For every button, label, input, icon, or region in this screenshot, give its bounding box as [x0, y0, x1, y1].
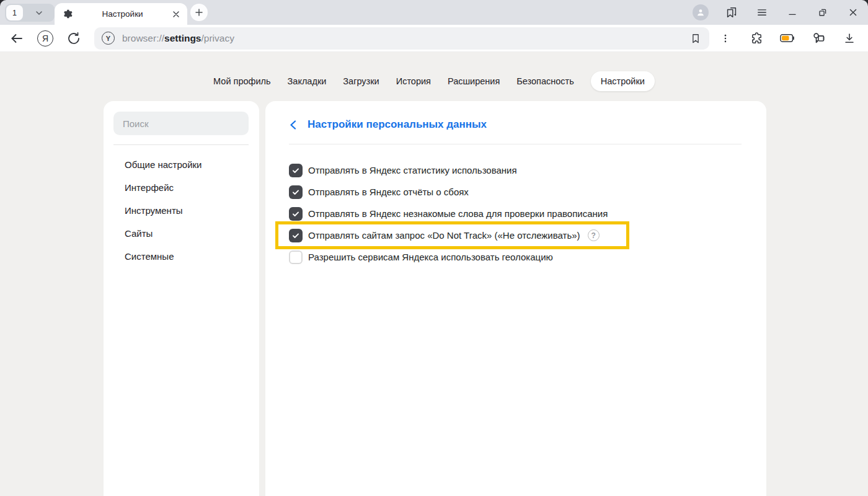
page-title: Настройки персональных данных [308, 118, 487, 131]
sidebar-item[interactable]: Общие настройки [113, 153, 249, 176]
sidebar-item[interactable]: Интерфейс [113, 176, 249, 199]
tab-close-icon[interactable] [172, 11, 180, 18]
tab-title: Настройки [73, 9, 172, 19]
section-heading: Настройки персональных данных [289, 118, 742, 131]
nav-tab[interactable]: Настройки [591, 71, 655, 91]
settings-page: Мой профильЗакладкиЗагрузкиИсторияРасшир… [0, 52, 868, 496]
checkbox-label: Отправлять сайтам запрос «Do Not Track» … [308, 230, 580, 241]
restore-window-icon[interactable] [815, 5, 830, 20]
back-button[interactable] [9, 30, 25, 46]
help-icon[interactable]: ? [588, 229, 600, 241]
sidebar-item[interactable]: Инструменты [113, 199, 249, 222]
checkbox-label: Разрешить сервисам Яндекса использовать … [308, 252, 553, 262]
address-bar[interactable]: Y browser://settings/privacy [94, 27, 709, 50]
checkbox[interactable] [289, 164, 303, 177]
nav-tab[interactable]: Мой профиль [213, 76, 270, 86]
toolbar-right-icons [718, 31, 857, 46]
sidebar-divider [113, 144, 249, 145]
extensions-puzzle-icon[interactable] [749, 31, 764, 46]
titlebar-controls [693, 0, 861, 25]
sidebar-item[interactable]: Сайты [113, 222, 249, 245]
toolbar: Я Y browser://settings/privacy [0, 25, 868, 52]
download-icon[interactable] [842, 31, 857, 46]
privacy-setting-row: Отправлять в Яндекс статистику использов… [289, 159, 517, 181]
search-input[interactable] [113, 112, 249, 135]
titlebar: 1 Настройки [0, 0, 868, 25]
browser-tab-settings[interactable]: Настройки [55, 3, 187, 25]
gear-icon [62, 9, 73, 19]
url-text: browser://settings/privacy [122, 33, 234, 44]
privacy-setting-row: Отправлять в Яндекс незнакомые слова для… [289, 203, 608, 224]
minimize-icon[interactable] [785, 5, 800, 20]
settings-main-panel: Настройки персональных данных Отправлять… [265, 101, 766, 496]
nav-tab[interactable]: История [396, 76, 431, 86]
checkbox-label: Отправлять в Яндекс статистику использов… [308, 165, 517, 175]
tab-counter-badge[interactable]: 1 [6, 5, 23, 20]
checkbox[interactable] [289, 250, 303, 264]
browser-window: 1 Настройки [0, 0, 868, 496]
tab-group-control[interactable]: 1 [5, 4, 55, 22]
reload-button[interactable] [66, 30, 82, 46]
checkbox[interactable] [289, 229, 303, 242]
privacy-setting-row: Отправлять сайтам запрос «Do Not Track» … [289, 224, 600, 246]
site-badge-icon: Y [102, 32, 115, 45]
profile-avatar[interactable] [693, 4, 709, 20]
nav-tab[interactable]: Закладки [288, 76, 327, 86]
heading-divider [289, 144, 742, 144]
back-chevron-icon[interactable] [289, 120, 297, 130]
privacy-setting-row: Разрешить сервисам Яндекса использовать … [289, 246, 553, 268]
checkbox-label: Отправлять в Яндекс отчёты о сбоях [308, 187, 469, 197]
checkbox[interactable] [289, 207, 303, 221]
sidebar-section-list: Общие настройкиИнтерфейсИнструментыСайты… [113, 153, 249, 268]
new-tab-button[interactable] [190, 4, 208, 21]
bookmark-flag-icon[interactable] [689, 32, 702, 45]
sidebar-item[interactable]: Системные [113, 245, 249, 268]
privacy-setting-row: Отправлять в Яндекс отчёты о сбоях [289, 181, 469, 203]
checkbox[interactable] [289, 185, 303, 199]
settings-sidebar: Общие настройкиИнтерфейсИнструментыСайты… [104, 101, 259, 496]
checkbox-label: Отправлять в Яндекс незнакомые слова для… [308, 208, 608, 219]
nav-tab[interactable]: Безопасность [516, 76, 574, 86]
kebab-menu-icon[interactable] [718, 31, 733, 46]
menu-icon[interactable] [755, 5, 769, 20]
settings-nav-tabs: Мой профильЗакладкиЗагрузкиИсторияРасшир… [0, 71, 868, 92]
yandex-logo-button[interactable]: Я [37, 30, 53, 46]
yandex-logo-icon: Я [37, 30, 53, 46]
privacy-settings-list: Отправлять в Яндекс статистику использов… [289, 159, 742, 268]
chevron-down-icon[interactable] [23, 9, 55, 17]
battery-icon[interactable] [780, 31, 795, 46]
side-panel-bookmarks-icon[interactable] [724, 5, 739, 20]
nav-tab[interactable]: Расширения [448, 76, 500, 86]
close-window-icon[interactable] [846, 5, 861, 20]
passwords-key-icon[interactable] [811, 31, 826, 46]
nav-tab[interactable]: Загрузки [343, 76, 379, 86]
